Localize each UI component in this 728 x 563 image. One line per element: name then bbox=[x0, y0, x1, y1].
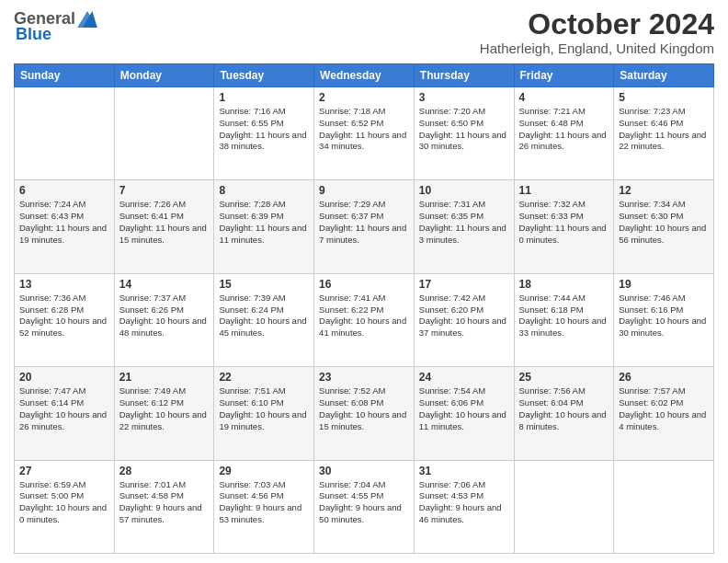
calendar-table: Sunday Monday Tuesday Wednesday Thursday… bbox=[14, 63, 714, 554]
table-row: 6Sunrise: 7:24 AM Sunset: 6:43 PM Daylig… bbox=[15, 180, 115, 273]
table-row bbox=[614, 460, 714, 553]
day-number: 19 bbox=[619, 278, 709, 291]
calendar-week-row: 1Sunrise: 7:16 AM Sunset: 6:55 PM Daylig… bbox=[15, 87, 714, 180]
day-number: 17 bbox=[419, 278, 509, 291]
day-number: 21 bbox=[119, 371, 210, 384]
table-row: 19Sunrise: 7:46 AM Sunset: 6:16 PM Dayli… bbox=[614, 273, 714, 366]
calendar-week-row: 20Sunrise: 7:47 AM Sunset: 6:14 PM Dayli… bbox=[15, 367, 714, 460]
table-row: 5Sunrise: 7:23 AM Sunset: 6:46 PM Daylig… bbox=[614, 87, 714, 180]
day-info: Sunrise: 7:49 AM Sunset: 6:12 PM Dayligh… bbox=[119, 385, 210, 432]
table-row: 17Sunrise: 7:42 AM Sunset: 6:20 PM Dayli… bbox=[414, 273, 514, 366]
table-row: 25Sunrise: 7:56 AM Sunset: 6:04 PM Dayli… bbox=[514, 367, 614, 460]
logo: General Blue bbox=[14, 9, 97, 44]
table-row: 24Sunrise: 7:54 AM Sunset: 6:06 PM Dayli… bbox=[414, 367, 514, 460]
day-info: Sunrise: 7:42 AM Sunset: 6:20 PM Dayligh… bbox=[419, 293, 509, 339]
col-sunday: Sunday bbox=[15, 64, 115, 87]
day-number: 9 bbox=[319, 184, 409, 197]
logo-blue-text: Blue bbox=[16, 25, 51, 44]
table-row: 3Sunrise: 7:20 AM Sunset: 6:50 PM Daylig… bbox=[414, 87, 514, 180]
day-number: 16 bbox=[319, 278, 409, 291]
day-number: 2 bbox=[319, 91, 409, 104]
table-row: 26Sunrise: 7:57 AM Sunset: 6:02 PM Dayli… bbox=[614, 367, 714, 460]
day-info: Sunrise: 7:44 AM Sunset: 6:18 PM Dayligh… bbox=[519, 293, 609, 339]
day-number: 15 bbox=[219, 278, 309, 291]
title-block: October 2024 Hatherleigh, England, Unite… bbox=[480, 9, 714, 56]
day-number: 18 bbox=[519, 278, 609, 291]
col-wednesday: Wednesday bbox=[314, 64, 415, 87]
day-info: Sunrise: 7:46 AM Sunset: 6:16 PM Dayligh… bbox=[619, 293, 709, 339]
day-info: Sunrise: 7:51 AM Sunset: 6:10 PM Dayligh… bbox=[219, 385, 309, 432]
day-number: 6 bbox=[19, 184, 109, 197]
table-row: 23Sunrise: 7:52 AM Sunset: 6:08 PM Dayli… bbox=[314, 367, 415, 460]
day-info: Sunrise: 7:26 AM Sunset: 6:41 PM Dayligh… bbox=[119, 199, 210, 246]
table-row: 15Sunrise: 7:39 AM Sunset: 6:24 PM Dayli… bbox=[214, 273, 314, 366]
day-info: Sunrise: 7:28 AM Sunset: 6:39 PM Dayligh… bbox=[219, 199, 309, 246]
day-number: 12 bbox=[619, 184, 709, 197]
day-info: Sunrise: 7:21 AM Sunset: 6:48 PM Dayligh… bbox=[519, 106, 609, 153]
day-number: 25 bbox=[519, 371, 609, 384]
col-friday: Friday bbox=[514, 64, 614, 87]
table-row: 7Sunrise: 7:26 AM Sunset: 6:41 PM Daylig… bbox=[114, 180, 214, 273]
day-number: 28 bbox=[119, 465, 210, 477]
day-info: Sunrise: 7:16 AM Sunset: 6:55 PM Dayligh… bbox=[219, 106, 309, 153]
page: General Blue October 2024 Hatherleigh, E… bbox=[0, 0, 728, 563]
table-row: 21Sunrise: 7:49 AM Sunset: 6:12 PM Dayli… bbox=[114, 367, 214, 460]
table-row: 20Sunrise: 7:47 AM Sunset: 6:14 PM Dayli… bbox=[15, 367, 115, 460]
table-row: 29Sunrise: 7:03 AM Sunset: 4:56 PM Dayli… bbox=[214, 460, 314, 553]
day-number: 7 bbox=[119, 184, 210, 197]
table-row: 27Sunrise: 6:59 AM Sunset: 5:00 PM Dayli… bbox=[15, 460, 115, 553]
table-row: 8Sunrise: 7:28 AM Sunset: 6:39 PM Daylig… bbox=[214, 180, 314, 273]
table-row: 16Sunrise: 7:41 AM Sunset: 6:22 PM Dayli… bbox=[314, 273, 415, 366]
table-row: 9Sunrise: 7:29 AM Sunset: 6:37 PM Daylig… bbox=[314, 180, 415, 273]
calendar-header-row: Sunday Monday Tuesday Wednesday Thursday… bbox=[15, 64, 714, 87]
table-row bbox=[15, 87, 115, 180]
day-info: Sunrise: 7:34 AM Sunset: 6:30 PM Dayligh… bbox=[619, 199, 709, 246]
day-info: Sunrise: 7:03 AM Sunset: 4:56 PM Dayligh… bbox=[219, 479, 309, 526]
day-info: Sunrise: 7:04 AM Sunset: 4:55 PM Dayligh… bbox=[319, 479, 409, 526]
day-number: 24 bbox=[419, 371, 509, 384]
day-number: 14 bbox=[119, 278, 210, 291]
day-number: 20 bbox=[19, 371, 109, 384]
day-info: Sunrise: 7:41 AM Sunset: 6:22 PM Dayligh… bbox=[319, 293, 409, 339]
table-row: 11Sunrise: 7:32 AM Sunset: 6:33 PM Dayli… bbox=[514, 180, 614, 273]
day-number: 22 bbox=[219, 371, 309, 384]
table-row: 30Sunrise: 7:04 AM Sunset: 4:55 PM Dayli… bbox=[314, 460, 415, 553]
calendar-week-row: 6Sunrise: 7:24 AM Sunset: 6:43 PM Daylig… bbox=[15, 180, 714, 273]
location: Hatherleigh, England, United Kingdom bbox=[480, 40, 714, 56]
table-row: 18Sunrise: 7:44 AM Sunset: 6:18 PM Dayli… bbox=[514, 273, 614, 366]
table-row: 28Sunrise: 7:01 AM Sunset: 4:58 PM Dayli… bbox=[114, 460, 214, 553]
day-info: Sunrise: 7:57 AM Sunset: 6:02 PM Dayligh… bbox=[619, 385, 709, 432]
day-info: Sunrise: 7:31 AM Sunset: 6:35 PM Dayligh… bbox=[419, 199, 509, 246]
day-info: Sunrise: 7:29 AM Sunset: 6:37 PM Dayligh… bbox=[319, 199, 409, 246]
table-row: 31Sunrise: 7:06 AM Sunset: 4:53 PM Dayli… bbox=[414, 460, 514, 553]
col-monday: Monday bbox=[114, 64, 214, 87]
day-info: Sunrise: 7:18 AM Sunset: 6:52 PM Dayligh… bbox=[319, 106, 409, 153]
month-title: October 2024 bbox=[480, 9, 714, 39]
day-number: 26 bbox=[619, 371, 709, 384]
day-info: Sunrise: 7:37 AM Sunset: 6:26 PM Dayligh… bbox=[119, 293, 210, 339]
day-info: Sunrise: 7:36 AM Sunset: 6:28 PM Dayligh… bbox=[19, 293, 109, 339]
day-number: 5 bbox=[619, 91, 709, 104]
day-number: 11 bbox=[519, 184, 609, 197]
day-number: 23 bbox=[319, 371, 409, 384]
day-info: Sunrise: 7:39 AM Sunset: 6:24 PM Dayligh… bbox=[219, 293, 309, 339]
table-row: 1Sunrise: 7:16 AM Sunset: 6:55 PM Daylig… bbox=[214, 87, 314, 180]
day-info: Sunrise: 7:32 AM Sunset: 6:33 PM Dayligh… bbox=[519, 199, 609, 246]
day-info: Sunrise: 7:20 AM Sunset: 6:50 PM Dayligh… bbox=[419, 106, 509, 153]
day-info: Sunrise: 6:59 AM Sunset: 5:00 PM Dayligh… bbox=[19, 479, 109, 526]
day-number: 13 bbox=[19, 278, 109, 291]
table-row: 2Sunrise: 7:18 AM Sunset: 6:52 PM Daylig… bbox=[314, 87, 415, 180]
day-info: Sunrise: 7:24 AM Sunset: 6:43 PM Dayligh… bbox=[19, 199, 109, 246]
table-row bbox=[514, 460, 614, 553]
col-tuesday: Tuesday bbox=[214, 64, 314, 87]
col-thursday: Thursday bbox=[414, 64, 514, 87]
day-number: 10 bbox=[419, 184, 509, 197]
col-saturday: Saturday bbox=[614, 64, 714, 87]
day-number: 27 bbox=[19, 465, 109, 477]
day-number: 3 bbox=[419, 91, 509, 104]
day-number: 29 bbox=[219, 465, 309, 477]
calendar-week-row: 27Sunrise: 6:59 AM Sunset: 5:00 PM Dayli… bbox=[15, 460, 714, 553]
day-info: Sunrise: 7:06 AM Sunset: 4:53 PM Dayligh… bbox=[419, 479, 509, 526]
table-row bbox=[114, 87, 214, 180]
logo-icon bbox=[77, 11, 97, 28]
